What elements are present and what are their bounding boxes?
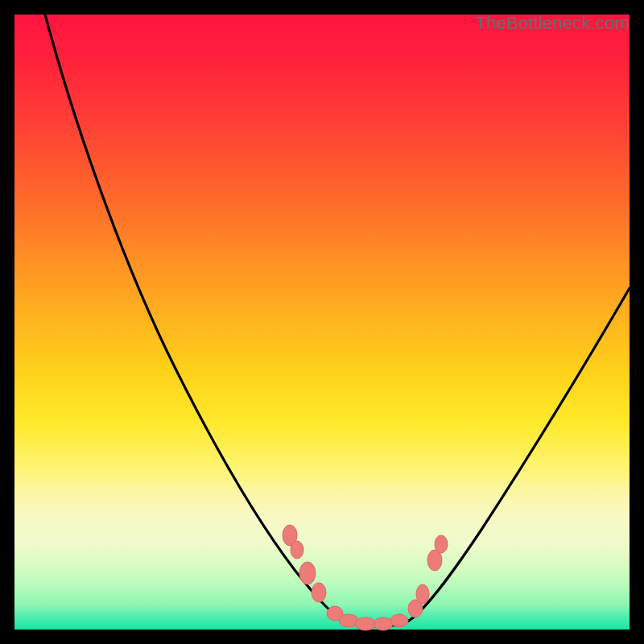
marker-dot xyxy=(312,583,326,602)
marker-dot xyxy=(299,562,316,584)
marker-dot xyxy=(291,541,303,559)
marker-dot xyxy=(355,617,376,630)
chart-svg xyxy=(14,14,630,630)
marker-group xyxy=(283,525,448,630)
curve-left-branch xyxy=(45,14,345,621)
curve-right-branch xyxy=(409,288,630,621)
watermark-text: TheBottleneck.com xyxy=(475,13,630,34)
marker-dot xyxy=(435,535,448,553)
marker-dot xyxy=(390,614,408,627)
marker-dot xyxy=(416,584,429,604)
marker-dot xyxy=(374,617,393,630)
